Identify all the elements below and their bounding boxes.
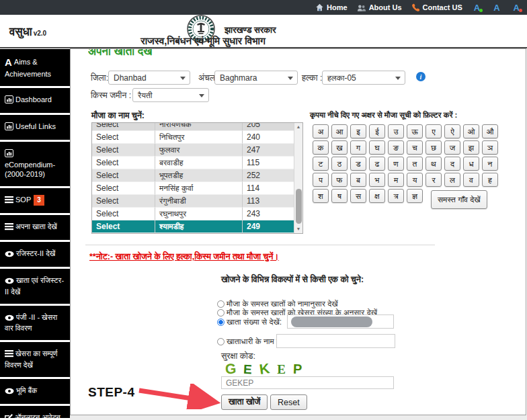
- letter-filter-button[interactable]: छ: [425, 140, 442, 155]
- letter-filter-button[interactable]: ई: [369, 124, 385, 138]
- font-decrease-button[interactable]: A: [512, 3, 522, 13]
- letter-filter-button[interactable]: त्र: [388, 189, 404, 203]
- sidebar-item-5[interactable]: अपना खाता देखें: [0, 215, 70, 242]
- mauja-row[interactable]: Selectमनसिंह कुर्वा114: [92, 182, 295, 195]
- letter-filter-button[interactable]: ल: [444, 173, 460, 187]
- select-cell[interactable]: Select: [92, 169, 155, 182]
- letter-filter-button[interactable]: क्ष: [369, 189, 385, 203]
- home-link[interactable]: Home: [315, 3, 348, 11]
- select-cell[interactable]: Select: [92, 131, 155, 144]
- anchal-select[interactable]: Baghmara: [214, 71, 298, 85]
- letter-filter-button[interactable]: झ: [463, 140, 479, 155]
- letter-filter-button[interactable]: ध: [463, 157, 479, 171]
- sidebar-item-6[interactable]: रजिस्टर-II देखें: [0, 242, 70, 269]
- mauja-row[interactable]: Selectफुलवार247: [92, 144, 295, 157]
- letter-filter-button[interactable]: ब: [350, 173, 366, 187]
- district-select[interactable]: Dhanbad: [108, 71, 190, 85]
- sidebar-item-0[interactable]: AAims & Achievements: [0, 49, 70, 88]
- mauja-row[interactable]: Selectरंगुनीबाडी113: [92, 195, 295, 208]
- letter-filter-button[interactable]: ओ: [463, 124, 479, 138]
- letter-filter-button[interactable]: क: [313, 140, 329, 155]
- info-icon[interactable]: i: [416, 72, 425, 81]
- letter-filter-button[interactable]: अ: [313, 124, 329, 138]
- khatadhari-name-input[interactable]: [276, 334, 395, 348]
- letter-filter-button[interactable]: घ: [369, 140, 385, 155]
- sidebar-item-9[interactable]: खेसरा का सम्पूर्ण विवरण देखें: [0, 342, 70, 379]
- mauja-row[interactable]: Selectभूपतडीह252: [92, 169, 295, 182]
- letter-filter-button[interactable]: ष: [331, 189, 348, 203]
- sidebar-item-8[interactable]: पंजी -II - खेसरा वार विवरण: [0, 306, 70, 343]
- letter-filter-button[interactable]: ञ: [482, 140, 498, 155]
- letter-filter-button[interactable]: ट: [313, 157, 329, 171]
- mauja-row[interactable]: Selectरघुनाथपुर243: [92, 208, 295, 220]
- letter-filter-button[interactable]: ड: [350, 157, 366, 171]
- reset-button[interactable]: Reset: [270, 394, 307, 410]
- letter-filter-button[interactable]: प: [313, 173, 329, 187]
- letter-filter-button[interactable]: औ: [482, 124, 498, 138]
- table-scrollbar[interactable]: ▲ ▼: [294, 123, 302, 233]
- letter-filter-button[interactable]: ज्ञ: [407, 189, 423, 203]
- letter-filter-button[interactable]: द: [444, 157, 460, 171]
- letter-filter-button[interactable]: ङ: [388, 140, 404, 155]
- sidebar-item-10[interactable]: भूमि बैंक: [0, 379, 70, 406]
- contact-us-link[interactable]: Contact US: [411, 3, 462, 12]
- letter-filter-button[interactable]: ह: [482, 173, 498, 187]
- scroll-thumb[interactable]: [296, 189, 302, 224]
- mauja-row[interactable]: Selectनारायणचक205: [92, 122, 295, 131]
- about-us-link[interactable]: About Us: [357, 3, 402, 11]
- sidebar-item-7[interactable]: खाता एवं रजिस्टर-II देखें: [0, 269, 70, 306]
- letter-filter-button[interactable]: ज: [444, 140, 460, 155]
- halka-select[interactable]: हलका-05: [322, 71, 405, 85]
- scroll-up-icon[interactable]: ▲: [294, 123, 302, 131]
- select-cell[interactable]: Select: [92, 144, 155, 157]
- letter-filter-button[interactable]: ण: [388, 157, 404, 171]
- land-type-select[interactable]: रैयती: [132, 88, 209, 102]
- letter-filter-button[interactable]: श: [313, 189, 329, 203]
- radio-button[interactable]: [217, 319, 225, 326]
- sidebar-item-11[interactable]: ऑनलाइन आवेदन: [0, 406, 70, 418]
- letter-filter-button[interactable]: इ: [350, 124, 366, 138]
- mauja-row[interactable]: Selectनिचितपुर240: [92, 131, 295, 144]
- letter-filter-button[interactable]: भ: [369, 173, 385, 187]
- select-cell[interactable]: Select: [92, 182, 155, 195]
- letter-filter-button[interactable]: ऊ: [407, 124, 423, 138]
- letter-filter-button[interactable]: थ: [425, 157, 442, 171]
- select-cell[interactable]: Select: [92, 220, 155, 233]
- letter-filter-button[interactable]: न: [482, 157, 498, 171]
- font-increase-button[interactable]: A: [472, 3, 482, 13]
- letter-filter-button[interactable]: र: [425, 173, 442, 187]
- sidebar-item-2[interactable]: Useful Links: [0, 115, 70, 142]
- search-khata-button[interactable]: खाता खोजें: [221, 394, 268, 410]
- letter-filter-button[interactable]: ठ: [331, 157, 348, 171]
- all-villages-button[interactable]: समस्त गाँव देखें: [431, 190, 487, 209]
- letter-filter-button[interactable]: आ: [331, 124, 348, 138]
- letter-filter-button[interactable]: स: [350, 189, 366, 203]
- letter-filter-button[interactable]: ए: [425, 124, 442, 138]
- letter-filter-button[interactable]: उ: [388, 124, 404, 138]
- select-cell[interactable]: Select: [92, 122, 155, 131]
- select-cell[interactable]: Select: [92, 195, 155, 208]
- sidebar-item-1[interactable]: Dashboard: [0, 88, 70, 115]
- letter-filter-button[interactable]: ख: [331, 140, 348, 155]
- radio-button[interactable]: [217, 338, 225, 345]
- font-normal-button[interactable]: A: [491, 3, 501, 13]
- letter-filter-button[interactable]: य: [407, 173, 423, 187]
- letter-filter-button[interactable]: फ: [331, 173, 348, 187]
- sidebar-item-3[interactable]: eCompendium-(2000-2019): [0, 142, 70, 189]
- mauja-row[interactable]: Selectबरवाडीह115: [92, 157, 295, 169]
- letter-filter-button[interactable]: ऐ: [444, 124, 460, 138]
- select-cell[interactable]: Select: [92, 157, 155, 169]
- letter-filter-button[interactable]: ढ: [369, 157, 385, 171]
- scroll-down-icon[interactable]: ▼: [294, 225, 302, 233]
- letter-filter-button[interactable]: म: [388, 173, 404, 187]
- sidebar-item-4[interactable]: SOP3: [0, 188, 70, 215]
- mauja-row[interactable]: Selectश्यामडीह249: [92, 220, 295, 233]
- letter-filter-button[interactable]: त: [407, 157, 423, 171]
- captcha-label: सुरक्षा कोड:: [221, 351, 255, 362]
- letter-filter-button[interactable]: ग: [350, 140, 366, 155]
- khata-number-input[interactable]: [287, 314, 394, 329]
- letter-filter-button[interactable]: व: [463, 173, 479, 187]
- select-cell[interactable]: Select: [92, 208, 155, 220]
- captcha-input[interactable]: [221, 376, 394, 389]
- letter-filter-button[interactable]: च: [407, 140, 423, 155]
